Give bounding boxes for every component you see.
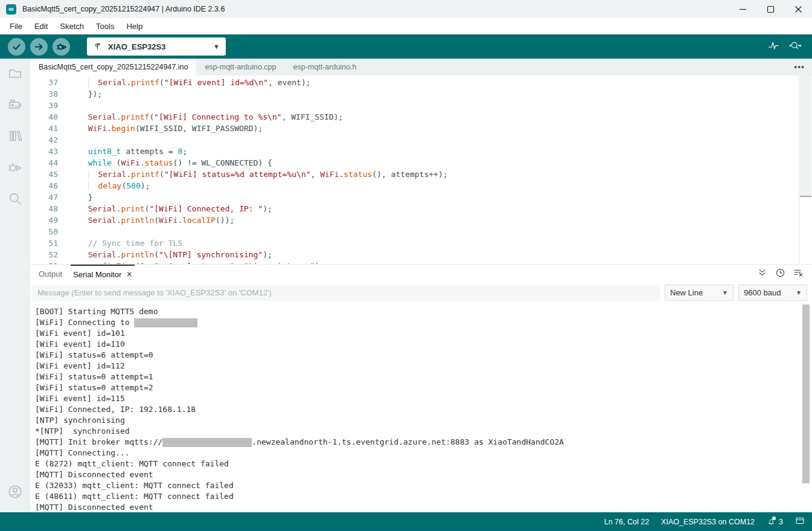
code-line: 41 WiFi.begin(WIFI_SSID, WIFI_PASSWORD); <box>30 123 812 134</box>
serial-output-line: [WiFi] Connected, IP: 192.168.1.18 <box>35 404 800 415</box>
baud-rate-value: 9600 baud <box>744 288 781 297</box>
arduino-logo-icon: ∞ <box>6 4 16 14</box>
line-number: 44 <box>30 157 58 169</box>
board-port-status[interactable]: XIAO_ESP32S3 on COM12 <box>661 518 755 526</box>
line-number: 50 <box>30 226 58 237</box>
line-ending-select[interactable]: New Line ▼ <box>665 285 734 301</box>
line-number: 39 <box>30 100 58 111</box>
debug-button[interactable] <box>53 38 70 56</box>
activity-sidebar <box>0 59 30 512</box>
line-number: 42 <box>30 134 58 146</box>
serial-output-line: [BOOT] Starting MQTT5 demo <box>35 306 800 317</box>
editor-scrollbar-thumb[interactable] <box>800 76 811 197</box>
serial-output-line: E (32033) mqtt_client: MQTT connect fail… <box>35 480 800 491</box>
code-line: 48 Serial.print("[WiFi] Connected, IP: "… <box>30 203 812 214</box>
upload-button[interactable] <box>30 38 48 56</box>
line-number: 52 <box>30 249 58 260</box>
panel-tab-serial-monitor[interactable]: Serial Monitor✕ <box>71 265 135 283</box>
code-line: 44 while (WiFi.status() != WL_CONNECTED)… <box>30 157 812 169</box>
close-icon[interactable]: ✕ <box>126 270 132 278</box>
line-number: 47 <box>30 191 58 203</box>
verify-button[interactable] <box>8 38 25 56</box>
title-bar: ∞ BasicMqtt5_cert_copy_20251215224947 | … <box>0 0 812 18</box>
serial-output-line: [WiFi event] id=112 <box>35 361 800 372</box>
menu-tools[interactable]: Tools <box>90 20 120 33</box>
cursor-position[interactable]: Ln 76, Col 22 <box>604 518 649 526</box>
editor-scrollbar-track <box>799 76 799 264</box>
editor-tab[interactable]: BasicMqtt5_cert_copy_20251215224947.ino <box>30 59 196 76</box>
code-line: 50 <box>30 226 812 237</box>
serial-output-line: [MQTT] Disconnected event <box>35 502 800 513</box>
timestamp-icon[interactable] <box>775 268 785 280</box>
search-icon <box>7 191 23 209</box>
code-line: 43 uint8_t attempts = 0; <box>30 146 812 157</box>
menu-bar: FileEditSketchToolsHelp <box>0 18 812 34</box>
line-number: 51 <box>30 237 58 249</box>
status-bar: Ln 76, Col 22 XIAO_ESP32S3 on COM12 3 <box>0 512 812 531</box>
serial-plotter-icon[interactable] <box>767 39 780 54</box>
line-number: 41 <box>30 123 58 134</box>
menu-help[interactable]: Help <box>120 20 149 33</box>
arduino-ide-window: ∞ BasicMqtt5_cert_copy_20251215224947 | … <box>0 0 812 531</box>
menu-sketch[interactable]: Sketch <box>54 20 90 33</box>
menu-edit[interactable]: Edit <box>28 20 54 33</box>
code-line: 40 Serial.printf("[WiFi] Connecting to %… <box>30 111 812 123</box>
serial-output-line: [NTP] synchronising <box>35 415 800 426</box>
sidebar-item-debug[interactable] <box>0 153 30 184</box>
serial-message-input[interactable] <box>31 285 660 301</box>
library-icon <box>7 128 23 146</box>
clear-output-icon[interactable] <box>793 268 804 280</box>
code-line: 49 Serial.println(WiFi.localIP()); <box>30 214 812 226</box>
line-ending-value: New Line <box>670 288 703 297</box>
editor-tab[interactable]: esp-mqtt-arduino.h <box>285 59 365 76</box>
code-line: 52 Serial.println("\[NTP] synchronising"… <box>30 249 812 260</box>
collapse-panel-icon[interactable] <box>757 268 767 280</box>
account-icon <box>7 484 23 502</box>
menu-file[interactable]: File <box>4 20 28 33</box>
code-line: 45 Serial.printf("[WiFi] status=%d attem… <box>30 169 812 180</box>
code-line: 42 <box>30 134 812 146</box>
sidebar-item-account[interactable] <box>0 477 30 509</box>
line-number: 46 <box>30 180 58 191</box>
editor-tab[interactable]: esp-mqtt-arduino.cpp <box>196 59 284 76</box>
code-editor[interactable]: 37 Serial.printf("[WiFi event] id=%d\n",… <box>30 76 812 264</box>
toggle-panel-icon[interactable] <box>795 516 805 527</box>
board-selector[interactable]: XIAO_ESP32S3 ▼ <box>87 37 226 56</box>
chevron-down-icon: ▼ <box>722 289 728 296</box>
folder-icon <box>7 65 23 83</box>
notifications-button[interactable]: 3 <box>767 517 783 526</box>
minimize-button[interactable] <box>729 0 756 18</box>
sidebar-item-sketchbook[interactable] <box>0 59 30 90</box>
serial-output-line: [WiFi] status=0 attempt=1 <box>35 372 800 382</box>
code-line: 51 // Sync time for TLS <box>30 237 812 249</box>
notification-dot <box>772 517 776 520</box>
panel-tab-bar: OutputSerial Monitor✕ <box>30 265 812 283</box>
serial-scrollbar-thumb[interactable] <box>802 304 810 483</box>
sidebar-item-search[interactable] <box>0 184 30 216</box>
line-number: 43 <box>30 146 58 157</box>
serial-output-line: E (8272) mqtt_client: MQTT connect faile… <box>35 459 800 469</box>
more-actions-icon[interactable]: ••• <box>794 59 812 76</box>
line-number: 37 <box>30 77 58 88</box>
baud-rate-select[interactable]: 9600 baud ▼ <box>738 285 807 301</box>
redacted-value <box>162 438 252 447</box>
panel-tab-output[interactable]: Output <box>36 265 65 283</box>
chevron-down-icon: ▼ <box>796 289 802 296</box>
serial-monitor-toolbar-icon[interactable] <box>788 39 801 54</box>
line-number: 40 <box>30 111 58 123</box>
line-number: 45 <box>30 169 58 180</box>
close-button[interactable] <box>784 0 812 18</box>
notification-count: 3 <box>779 518 783 526</box>
line-number: 49 <box>30 214 58 226</box>
code-line: 46 delay(500); <box>30 180 812 191</box>
serial-output-line: [WiFi event] id=110 <box>35 339 800 350</box>
editor-tab-bar: BasicMqtt5_cert_copy_20251215224947.inoe… <box>30 59 812 76</box>
serial-output[interactable]: [BOOT] Starting MQTT5 demo[WiFi] Connect… <box>30 303 800 513</box>
sidebar-item-boards-manager[interactable] <box>0 90 30 121</box>
maximize-button[interactable] <box>756 0 784 18</box>
usb-icon <box>93 41 102 52</box>
main-toolbar: XIAO_ESP32S3 ▼ <box>0 34 812 59</box>
line-number: 48 <box>30 203 58 214</box>
redacted-value <box>134 318 197 327</box>
sidebar-item-library-manager[interactable] <box>0 121 30 153</box>
